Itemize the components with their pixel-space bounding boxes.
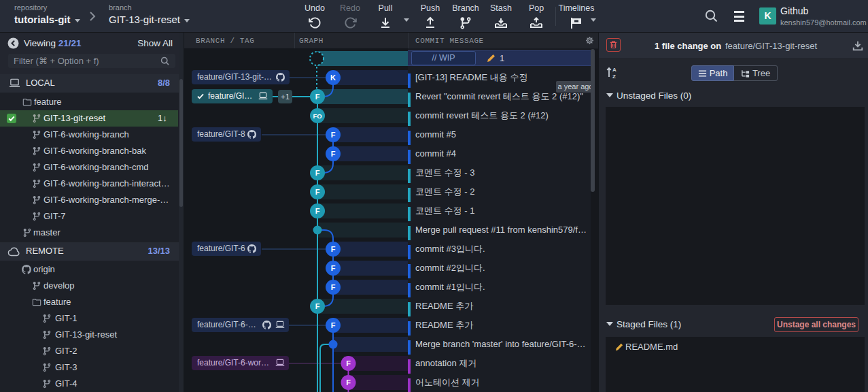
svg-text:F: F: [315, 188, 320, 196]
svg-text:F: F: [315, 207, 320, 215]
svg-text:F: F: [315, 169, 320, 177]
svg-text:F: F: [331, 150, 336, 158]
svg-text:Z: Z: [612, 74, 616, 79]
svg-text:F: F: [331, 245, 336, 253]
svg-text:FO: FO: [313, 112, 322, 120]
svg-text:F: F: [315, 93, 320, 101]
svg-text:F: F: [346, 378, 351, 387]
svg-text:F: F: [331, 283, 336, 291]
svg-text:A: A: [612, 67, 617, 73]
svg-text:F: F: [331, 264, 336, 272]
svg-text:F: F: [346, 359, 351, 368]
svg-text:F: F: [331, 131, 336, 139]
svg-text:F: F: [331, 321, 336, 329]
svg-text:F: F: [315, 302, 320, 310]
svg-text:K: K: [330, 74, 336, 82]
